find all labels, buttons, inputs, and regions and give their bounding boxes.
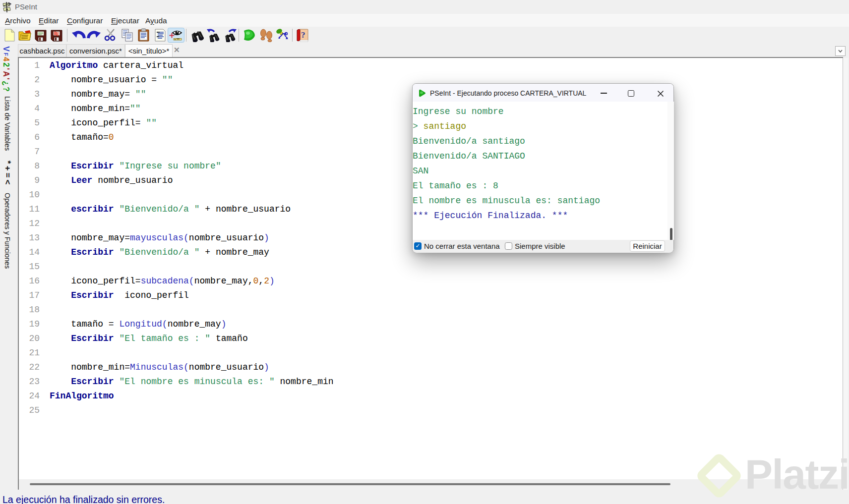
svg-text:?: ? (301, 30, 305, 40)
